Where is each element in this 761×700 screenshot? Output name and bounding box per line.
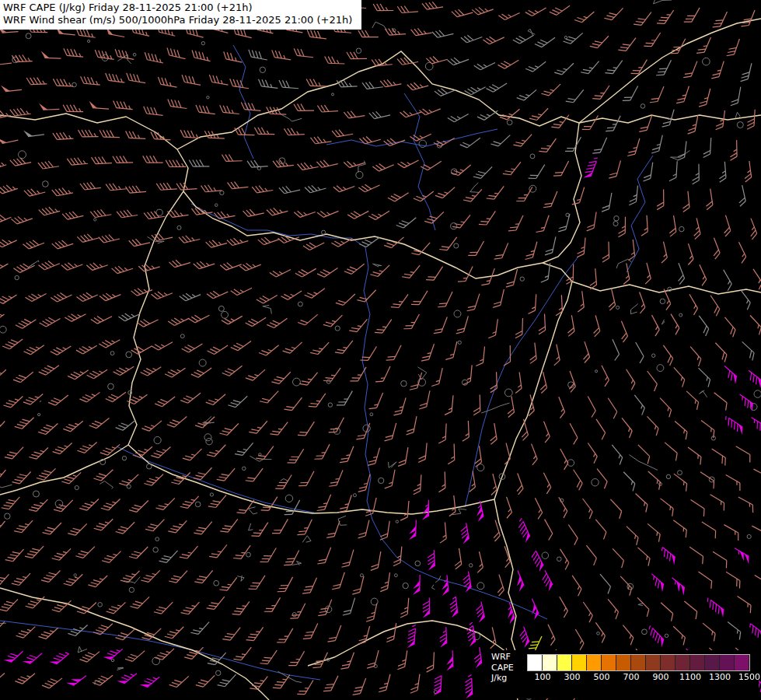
weather-map-canvas bbox=[0, 0, 761, 700]
legend-color-scale bbox=[527, 654, 750, 671]
cape-legend: WRF CAPE J/kg 10030050070090011001300150… bbox=[487, 650, 759, 698]
legend-tick-label: 1500 bbox=[738, 672, 760, 682]
legend-tick-label: 1100 bbox=[679, 672, 701, 682]
legend-tick-label: 500 bbox=[594, 672, 610, 682]
legend-swatch bbox=[572, 655, 587, 670]
legend-swatch bbox=[735, 655, 749, 670]
legend-model-label: WRF bbox=[491, 652, 514, 663]
legend-swatch bbox=[543, 655, 557, 670]
legend-swatch bbox=[705, 655, 720, 670]
wrf-map-stage: WRF CAPE (J/kg) Friday 28-11-2025 21:00 … bbox=[0, 0, 761, 700]
legend-tick-label: 300 bbox=[564, 672, 581, 682]
legend-param-label: CAPE bbox=[491, 663, 514, 674]
legend-swatch bbox=[616, 655, 631, 670]
legend-unit-label: J/kg bbox=[491, 673, 514, 684]
legend-swatch bbox=[528, 655, 543, 670]
legend-tick-row: 100300500700900110013001500 bbox=[528, 672, 749, 683]
legend-tick-label: 100 bbox=[535, 672, 551, 682]
legend-tick-label: 900 bbox=[653, 672, 669, 682]
legend-swatch bbox=[557, 655, 572, 670]
legend-tick-label: 700 bbox=[623, 672, 640, 682]
legend-swatch bbox=[587, 655, 602, 670]
wind-shear-title-line: WRF Wind shear (m/s) 500/1000hPa Friday … bbox=[3, 14, 352, 26]
legend-swatch bbox=[690, 655, 705, 670]
legend-swatch bbox=[631, 655, 646, 670]
cape-title-line: WRF CAPE (J/kg) Friday 28-11-2025 21:00 … bbox=[3, 2, 352, 14]
legend-swatch bbox=[646, 655, 661, 670]
legend-swatch bbox=[720, 655, 735, 670]
legend-swatch bbox=[675, 655, 690, 670]
legend-labels: WRF CAPE J/kg bbox=[491, 652, 514, 684]
legend-swatch bbox=[602, 655, 616, 670]
legend-swatch bbox=[661, 655, 675, 670]
legend-tick-label: 1300 bbox=[709, 672, 731, 682]
map-title-box: WRF CAPE (J/kg) Friday 28-11-2025 21:00 … bbox=[0, 0, 361, 30]
